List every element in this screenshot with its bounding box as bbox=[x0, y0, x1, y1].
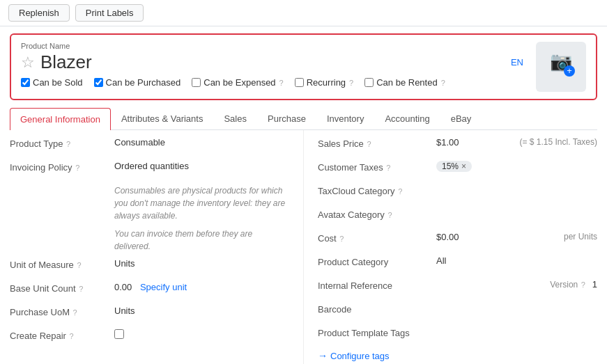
product-category-row: Product Category All bbox=[318, 255, 597, 272]
customer-taxes-row: Customer Taxes ? 15% × bbox=[318, 161, 597, 177]
recurring-input[interactable] bbox=[295, 78, 304, 87]
product-name: Blazer bbox=[40, 52, 92, 73]
replenish-button[interactable]: Replenish bbox=[8, 4, 70, 22]
cost-help-icon: ? bbox=[339, 235, 344, 243]
can-be-rented-input[interactable] bbox=[364, 78, 374, 87]
can-be-rented-label: Can be Rented bbox=[376, 77, 437, 88]
recurring-checkbox[interactable]: Recurring ? bbox=[295, 77, 353, 88]
tax-badge: 15% × bbox=[436, 161, 472, 172]
sales-price-value[interactable]: $1.00 bbox=[436, 137, 514, 148]
specify-unit-link[interactable]: Specify unit bbox=[140, 282, 187, 292]
sales-price-help-icon: ? bbox=[367, 140, 371, 148]
product-header: Product Name ☆ Blazer EN Can be Sold Can… bbox=[10, 33, 597, 100]
cost-row: Cost ? $0.00 per Units bbox=[318, 232, 597, 248]
can-be-purchased-input[interactable] bbox=[94, 78, 103, 87]
add-photo-icon: + bbox=[564, 65, 575, 77]
sales-price-row: Sales Price ? $1.00 (= $ 1.15 Incl. Taxe… bbox=[318, 137, 597, 154]
cost-value[interactable]: $0.00 bbox=[436, 232, 558, 242]
avatax-help-icon: ? bbox=[388, 211, 392, 219]
product-category-label: Product Category bbox=[318, 255, 436, 267]
tax-badge-remove-icon[interactable]: × bbox=[461, 161, 466, 171]
internal-reference-label: Internal Reference bbox=[318, 279, 436, 291]
arrow-right-icon: → bbox=[318, 350, 328, 361]
tab-attributes-variants[interactable]: Attributes & Variants bbox=[111, 107, 214, 129]
version-help-icon: ? bbox=[581, 280, 585, 289]
purchase-uom-value[interactable]: Units bbox=[114, 306, 289, 316]
cost-unit: per Units bbox=[564, 232, 597, 242]
avatax-category-label: Avatax Category ? bbox=[318, 208, 436, 220]
product-title-row: ☆ Blazer EN bbox=[21, 52, 526, 73]
can-be-purchased-checkbox[interactable]: Can be Purchased bbox=[94, 77, 181, 88]
uom-help-icon: ? bbox=[77, 261, 81, 269]
barcode-label: Barcode bbox=[318, 303, 436, 315]
product-type-label: Product Type ? bbox=[10, 137, 114, 149]
can-be-rented-checkbox[interactable]: Can be Rented ? bbox=[364, 77, 445, 88]
favorite-star-icon[interactable]: ☆ bbox=[21, 54, 35, 72]
internal-reference-row: Internal Reference Version ? 1 bbox=[318, 279, 597, 296]
create-repair-value bbox=[114, 329, 289, 341]
avatax-category-row: Avatax Category ? bbox=[318, 208, 597, 225]
can-be-expensed-checkbox[interactable]: Can be Expensed ? bbox=[192, 77, 283, 88]
configure-tags-link[interactable]: → Configure tags bbox=[318, 350, 597, 361]
product-template-tags-row: Product Template Tags bbox=[318, 326, 597, 343]
tab-accounting[interactable]: Accounting bbox=[374, 107, 440, 129]
unit-of-measure-label: Unit of Measure ? bbox=[10, 258, 114, 270]
can-be-purchased-label: Can be Purchased bbox=[106, 77, 181, 88]
taxcloud-help-icon: ? bbox=[398, 187, 402, 196]
base-unit-count-label: Base Unit Count ? bbox=[10, 282, 114, 294]
language-badge[interactable]: EN bbox=[508, 56, 526, 69]
create-repair-help-icon: ? bbox=[70, 332, 74, 340]
consumable-desc2: You can invoice them before they are del… bbox=[114, 228, 289, 253]
tab-purchase[interactable]: Purchase bbox=[257, 107, 316, 129]
can-be-expensed-label: Can be Expensed bbox=[203, 77, 275, 88]
consumable-desc1: Consumables are physical products for wh… bbox=[114, 184, 289, 222]
internal-reference-value: Version ? 1 bbox=[436, 279, 597, 290]
taxcloud-category-label: TaxCloud Category ? bbox=[318, 184, 436, 196]
recurring-label: Recurring bbox=[307, 77, 346, 88]
customer-taxes-help-icon: ? bbox=[386, 164, 390, 172]
product-type-help-icon: ? bbox=[66, 140, 70, 148]
customer-taxes-label: Customer Taxes ? bbox=[318, 161, 436, 173]
configure-tags-row: → Configure tags bbox=[318, 350, 597, 361]
purchase-uom-label: Purchase UoM ? bbox=[10, 306, 114, 317]
create-repair-row: Create Repair ? bbox=[10, 329, 289, 346]
base-unit-count-value: 0.00 Specify unit bbox=[114, 282, 289, 292]
create-repair-label: Create Repair ? bbox=[10, 329, 114, 341]
invoicing-policy-help-icon: ? bbox=[75, 164, 79, 172]
tab-inventory[interactable]: Inventory bbox=[316, 107, 374, 129]
product-image[interactable]: 📷 + bbox=[536, 42, 586, 92]
invoicing-policy-row: Invoicing Policy ? Ordered quantities bbox=[10, 161, 289, 177]
invoicing-policy-label: Invoicing Policy ? bbox=[10, 161, 114, 173]
tab-sales[interactable]: Sales bbox=[213, 107, 257, 129]
configure-tags-label: Configure tags bbox=[330, 351, 390, 361]
cost-label: Cost ? bbox=[318, 232, 436, 244]
sales-price-label: Sales Price ? bbox=[318, 137, 436, 149]
tab-bar: General Information Attributes & Variant… bbox=[10, 107, 597, 130]
can-be-sold-checkbox[interactable]: Can be Sold bbox=[21, 77, 83, 88]
expensed-help-icon: ? bbox=[279, 79, 284, 87]
customer-taxes-value: 15% × bbox=[436, 161, 597, 172]
base-unit-help-icon: ? bbox=[79, 285, 83, 293]
can-be-expensed-input[interactable] bbox=[192, 78, 201, 87]
can-be-sold-input[interactable] bbox=[21, 78, 30, 87]
tab-general-information[interactable]: General Information bbox=[10, 108, 111, 130]
product-category-value[interactable]: All bbox=[436, 255, 597, 266]
print-labels-button[interactable]: Print Labels bbox=[75, 4, 144, 22]
main-content: Product Type ? Consumable Invoicing Poli… bbox=[0, 130, 607, 364]
unit-of-measure-value[interactable]: Units bbox=[114, 258, 289, 269]
sales-price-incl-taxes: (= $ 1.15 Incl. Taxes) bbox=[519, 137, 597, 147]
product-flags-row: Can be Sold Can be Purchased Can be Expe… bbox=[21, 77, 526, 88]
left-column: Product Type ? Consumable Invoicing Poli… bbox=[10, 130, 304, 364]
version-number: 1 bbox=[592, 279, 597, 290]
product-type-row: Product Type ? Consumable bbox=[10, 137, 289, 154]
rented-help-icon: ? bbox=[441, 79, 445, 87]
version-label: Version ? bbox=[550, 280, 585, 290]
tab-ebay[interactable]: eBay bbox=[440, 107, 482, 129]
product-template-tags-label: Product Template Tags bbox=[318, 326, 436, 338]
product-type-value[interactable]: Consumable bbox=[114, 137, 289, 148]
product-name-label: Product Name bbox=[21, 42, 526, 50]
invoicing-policy-value[interactable]: Ordered quantities bbox=[114, 161, 289, 171]
create-repair-checkbox[interactable] bbox=[114, 329, 124, 339]
purchase-uom-row: Purchase UoM ? Units bbox=[10, 306, 289, 322]
purchase-uom-help-icon: ? bbox=[73, 308, 77, 317]
